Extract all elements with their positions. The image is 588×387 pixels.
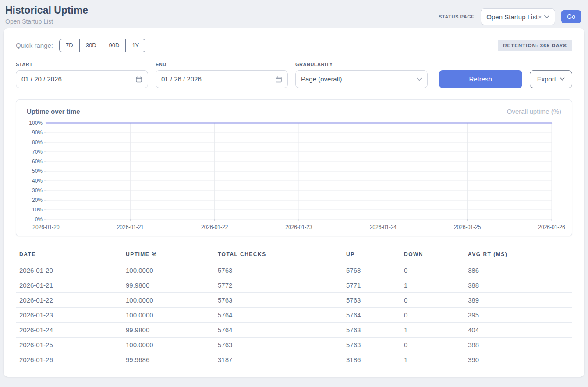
chevron-down-icon bbox=[544, 15, 549, 18]
svg-text:90%: 90% bbox=[32, 130, 43, 136]
cell-total-checks: 5764 bbox=[214, 307, 343, 322]
svg-text:70%: 70% bbox=[32, 149, 43, 155]
cell-uptime: 99.9800 bbox=[122, 322, 214, 337]
status-page-select[interactable]: Open Startup List × bbox=[481, 8, 555, 25]
cell-date: 2026-01-23 bbox=[16, 307, 122, 322]
page-title: Historical Uptime bbox=[5, 4, 88, 17]
header-controls: STATUS PAGE Open Startup List × Go bbox=[439, 8, 581, 25]
quick-range-90d-button[interactable]: 90D bbox=[103, 39, 126, 52]
page-heading-group: Historical Uptime Open Startup List bbox=[5, 4, 88, 25]
go-button[interactable]: Go bbox=[561, 10, 581, 23]
export-button[interactable]: Export bbox=[530, 70, 572, 88]
cell-down: 1 bbox=[400, 352, 464, 367]
table-row: 2026-01-23 100.0000 5764 5764 0 395 bbox=[16, 307, 572, 322]
svg-text:2026-01-26: 2026-01-26 bbox=[538, 224, 565, 230]
cell-up: 3186 bbox=[343, 352, 400, 367]
cell-avg-rt: 388 bbox=[464, 278, 572, 292]
chevron-down-icon bbox=[560, 77, 565, 81]
svg-text:0%: 0% bbox=[35, 216, 43, 222]
cell-up: 5763 bbox=[343, 263, 400, 278]
cell-total-checks: 5763 bbox=[214, 337, 343, 352]
cell-uptime: 99.9800 bbox=[122, 278, 214, 292]
start-date-value: 01 / 20 / 2026 bbox=[21, 75, 62, 83]
calendar-icon[interactable] bbox=[275, 76, 282, 83]
cell-uptime: 100.0000 bbox=[122, 307, 214, 322]
table-row: 2026-01-26 99.9686 3187 3186 1 390 bbox=[16, 352, 572, 367]
cell-up: 5764 bbox=[343, 307, 400, 322]
calendar-icon[interactable] bbox=[135, 76, 142, 83]
svg-text:2026-01-25: 2026-01-25 bbox=[454, 224, 481, 230]
end-date-value: 01 / 26 / 2026 bbox=[161, 75, 202, 83]
quick-range-group: Quick range: 7D 30D 90D 1Y bbox=[16, 39, 145, 52]
cell-date: 2026-01-26 bbox=[16, 352, 122, 367]
status-page-label: STATUS PAGE bbox=[439, 14, 475, 19]
cell-avg-rt: 390 bbox=[464, 352, 572, 367]
cell-up: 5763 bbox=[343, 292, 400, 307]
end-date-label: END bbox=[156, 62, 288, 67]
cell-uptime: 100.0000 bbox=[122, 337, 214, 352]
granularity-value: Page (overall) bbox=[301, 75, 342, 83]
svg-text:30%: 30% bbox=[32, 187, 43, 194]
cell-down: 0 bbox=[400, 263, 464, 278]
column-header-date: DATE bbox=[16, 247, 122, 263]
svg-text:2026-01-20: 2026-01-20 bbox=[32, 224, 60, 230]
filters-row: START 01 / 20 / 2026 END 01 / 26 / 2026 … bbox=[16, 62, 572, 88]
svg-text:100%: 100% bbox=[29, 120, 43, 126]
cell-uptime: 100.0000 bbox=[122, 263, 214, 278]
cell-date: 2026-01-25 bbox=[16, 337, 122, 352]
table-row: 2026-01-25 100.0000 5763 5763 0 388 bbox=[16, 337, 572, 352]
quick-range-7d-button[interactable]: 7D bbox=[59, 39, 80, 52]
svg-text:10%: 10% bbox=[32, 207, 43, 213]
table-row: 2026-01-20 100.0000 5763 5763 0 386 bbox=[16, 263, 572, 278]
svg-text:20%: 20% bbox=[32, 197, 43, 203]
chart-card: Uptime over time Overall uptime (%) 0%10… bbox=[16, 99, 572, 236]
quick-range-1y-button[interactable]: 1Y bbox=[125, 39, 145, 52]
svg-text:2026-01-24: 2026-01-24 bbox=[370, 224, 397, 230]
status-page-value: Open Startup List bbox=[486, 13, 538, 21]
table-header-row: DATE UPTIME % TOTAL CHECKS UP DOWN AVG R… bbox=[16, 247, 572, 263]
page-subtitle: Open Startup List bbox=[5, 18, 88, 25]
svg-text:2026-01-21: 2026-01-21 bbox=[117, 224, 144, 230]
cell-up: 5763 bbox=[343, 322, 400, 337]
export-button-label: Export bbox=[537, 75, 556, 83]
cell-total-checks: 5764 bbox=[214, 322, 343, 337]
cell-uptime: 99.9686 bbox=[122, 352, 214, 367]
cell-down: 0 bbox=[400, 307, 464, 322]
uptime-table-body: 2026-01-20 100.0000 5763 5763 0 386 2026… bbox=[16, 263, 572, 367]
cell-total-checks: 3187 bbox=[214, 352, 343, 367]
refresh-button[interactable]: Refresh bbox=[439, 70, 522, 88]
cell-uptime: 100.0000 bbox=[122, 292, 214, 307]
start-date-input[interactable]: 01 / 20 / 2026 bbox=[16, 70, 148, 88]
cell-avg-rt: 386 bbox=[464, 263, 572, 278]
svg-text:80%: 80% bbox=[32, 139, 43, 145]
chart-title: Uptime over time bbox=[27, 108, 80, 115]
column-header-uptime: UPTIME % bbox=[122, 247, 214, 263]
clear-icon[interactable]: × bbox=[538, 13, 542, 21]
uptime-table-head: DATE UPTIME % TOTAL CHECKS UP DOWN AVG R… bbox=[16, 247, 572, 263]
quick-range-buttons: 7D 30D 90D 1Y bbox=[59, 39, 145, 52]
uptime-chart: 0%10%20%30%40%50%60%70%80%90%100%2026-01… bbox=[27, 119, 565, 232]
column-header-up: UP bbox=[343, 247, 400, 263]
end-date-input[interactable]: 01 / 26 / 2026 bbox=[156, 70, 288, 88]
table-row: 2026-01-22 100.0000 5763 5763 0 389 bbox=[16, 292, 572, 307]
cell-down: 1 bbox=[400, 278, 464, 292]
cell-date: 2026-01-24 bbox=[16, 322, 122, 337]
main-panel: Quick range: 7D 30D 90D 1Y RETENTION: 36… bbox=[4, 28, 584, 377]
cell-down: 0 bbox=[400, 337, 464, 352]
cell-avg-rt: 388 bbox=[464, 337, 572, 352]
retention-badge: RETENTION: 365 DAYS bbox=[498, 40, 572, 51]
granularity-select[interactable]: Page (overall) bbox=[295, 70, 428, 88]
table-row: 2026-01-24 99.9800 5764 5763 1 404 bbox=[16, 322, 572, 337]
svg-text:50%: 50% bbox=[32, 168, 43, 174]
chart-legend: Overall uptime (%) bbox=[507, 108, 561, 115]
start-date-label: START bbox=[16, 62, 148, 67]
quick-range-30d-button[interactable]: 30D bbox=[79, 39, 103, 52]
cell-date: 2026-01-21 bbox=[16, 278, 122, 292]
chart-header: Uptime over time Overall uptime (%) bbox=[27, 108, 561, 115]
svg-text:2026-01-22: 2026-01-22 bbox=[201, 224, 228, 230]
cell-avg-rt: 404 bbox=[464, 322, 572, 337]
granularity-label: GRANULARITY bbox=[295, 62, 428, 67]
table-row: 2026-01-21 99.9800 5772 5771 1 388 bbox=[16, 278, 572, 292]
svg-text:40%: 40% bbox=[32, 178, 43, 184]
svg-text:60%: 60% bbox=[32, 158, 43, 165]
